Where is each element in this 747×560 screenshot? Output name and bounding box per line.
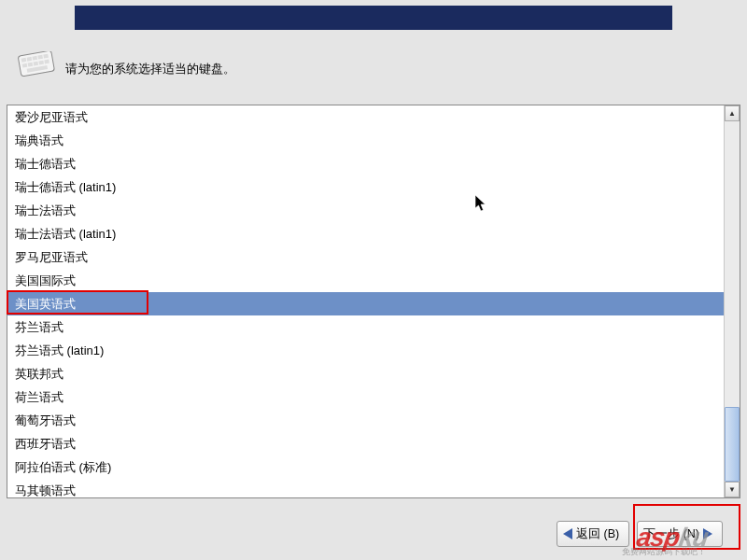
list-item[interactable]: 美国国际式 [7,269,724,292]
svg-rect-5 [43,54,49,59]
back-button[interactable]: 返回 (B) [557,521,629,547]
scroll-track[interactable] [725,121,740,482]
list-item[interactable]: 葡萄牙语式 [7,409,724,432]
arrow-right-icon [703,528,712,539]
button-row: 返回 (B) 下一步 (N) [557,521,723,547]
back-button-label: 返回 (B) [576,526,619,542]
list-item[interactable]: 瑞士法语式 [7,199,724,222]
svg-rect-4 [37,55,43,60]
list-content: 爱沙尼亚语式瑞典语式瑞士德语式瑞士德语式 (latin1)瑞士法语式瑞士法语式 … [7,105,724,497]
list-item[interactable]: 西班牙语式 [7,432,724,455]
svg-rect-2 [27,57,33,62]
list-item[interactable]: 芬兰语式 (latin1) [7,339,724,362]
arrow-left-icon [563,528,572,539]
prompt-text: 请为您的系统选择适当的键盘。 [65,61,235,77]
svg-rect-1 [21,58,27,63]
svg-rect-6 [22,63,28,68]
watermark-sub: 免费网站源码下载吧！ [622,546,706,558]
list-item[interactable]: 美国英语式 [7,292,724,315]
list-item[interactable]: 芬兰语式 [7,315,724,339]
list-item[interactable]: 罗马尼亚语式 [7,245,724,269]
list-item[interactable]: 爱沙尼亚语式 [7,105,724,129]
scroll-thumb[interactable] [725,407,740,482]
keyboard-icon [17,51,56,77]
svg-rect-9 [38,61,44,65]
scrollbar[interactable]: ▲ ▼ [724,105,740,497]
scroll-down-button[interactable]: ▼ [725,482,740,497]
header-bar [75,6,672,30]
svg-rect-7 [28,63,34,67]
list-item[interactable]: 英联邦式 [7,362,724,385]
list-item[interactable]: 瑞典语式 [7,129,724,152]
list-item[interactable]: 阿拉伯语式 (标准) [7,455,724,479]
scroll-up-button[interactable]: ▲ [725,105,740,121]
keyboard-layout-list[interactable]: 爱沙尼亚语式瑞典语式瑞士德语式瑞士德语式 (latin1)瑞士法语式瑞士法语式 … [7,105,740,498]
svg-rect-3 [32,56,37,61]
list-item[interactable]: 瑞士德语式 [7,152,724,175]
svg-rect-10 [44,60,49,64]
list-item[interactable]: 荷兰语式 [7,385,724,409]
next-button-label: 下一步 (N) [643,526,699,542]
next-button[interactable]: 下一步 (N) [637,521,723,547]
list-item[interactable]: 瑞士法语式 (latin1) [7,222,724,245]
list-item[interactable]: 瑞士德语式 (latin1) [7,175,724,199]
list-item[interactable]: 马其顿语式 [7,479,724,497]
svg-rect-8 [34,62,39,66]
